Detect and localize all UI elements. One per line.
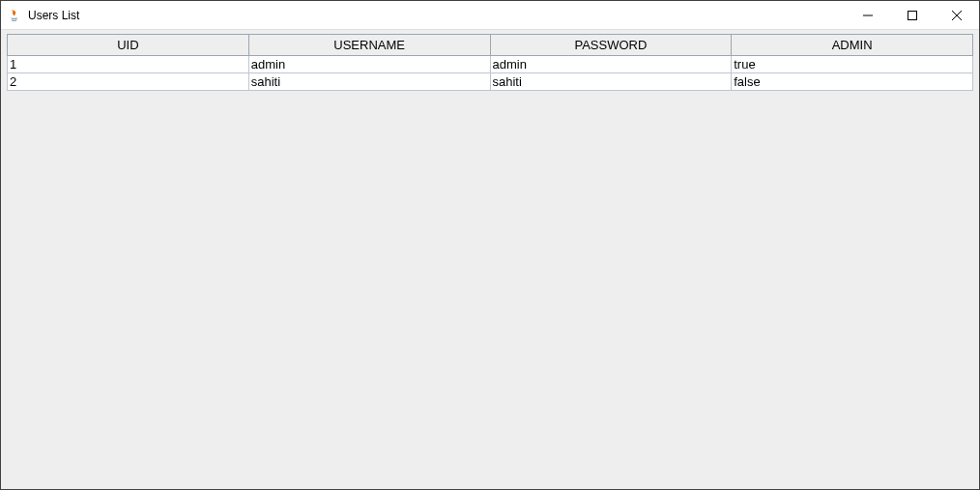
cell-password[interactable]: sahiti — [490, 73, 732, 91]
maximize-icon — [908, 11, 917, 20]
window-title: Users List — [28, 9, 79, 22]
cell-username[interactable]: admin — [248, 56, 490, 73]
table-header-row: UID USERNAME PASSWORD ADMIN — [8, 35, 973, 56]
cell-uid[interactable]: 2 — [8, 73, 249, 91]
title-bar: Users List — [1, 1, 979, 30]
application-window: Users List — [0, 0, 980, 490]
cell-username[interactable]: sahiti — [248, 73, 490, 91]
column-header-password[interactable]: PASSWORD — [490, 35, 732, 56]
table-row[interactable]: 1 admin admin true — [8, 56, 973, 73]
cell-admin[interactable]: false — [732, 73, 973, 91]
close-button[interactable] — [935, 1, 979, 29]
close-icon — [952, 11, 962, 20]
cell-uid[interactable]: 1 — [8, 56, 249, 73]
minimize-button[interactable] — [846, 1, 890, 29]
maximize-button[interactable] — [890, 1, 935, 29]
content-area: UID USERNAME PASSWORD ADMIN 1 admin admi… — [1, 30, 979, 489]
minimize-icon — [863, 11, 873, 20]
table-wrapper: UID USERNAME PASSWORD ADMIN 1 admin admi… — [7, 34, 973, 91]
column-header-admin[interactable]: ADMIN — [732, 35, 973, 56]
svg-rect-1 — [908, 11, 917, 19]
column-header-uid[interactable]: UID — [8, 35, 249, 56]
column-header-username[interactable]: USERNAME — [248, 35, 490, 56]
cell-password[interactable]: admin — [490, 56, 732, 73]
java-icon — [7, 8, 22, 23]
window-controls — [846, 1, 979, 29]
cell-admin[interactable]: true — [732, 56, 973, 73]
users-table[interactable]: UID USERNAME PASSWORD ADMIN 1 admin admi… — [7, 34, 973, 91]
table-row[interactable]: 2 sahiti sahiti false — [8, 73, 973, 91]
title-bar-left: Users List — [7, 8, 79, 23]
